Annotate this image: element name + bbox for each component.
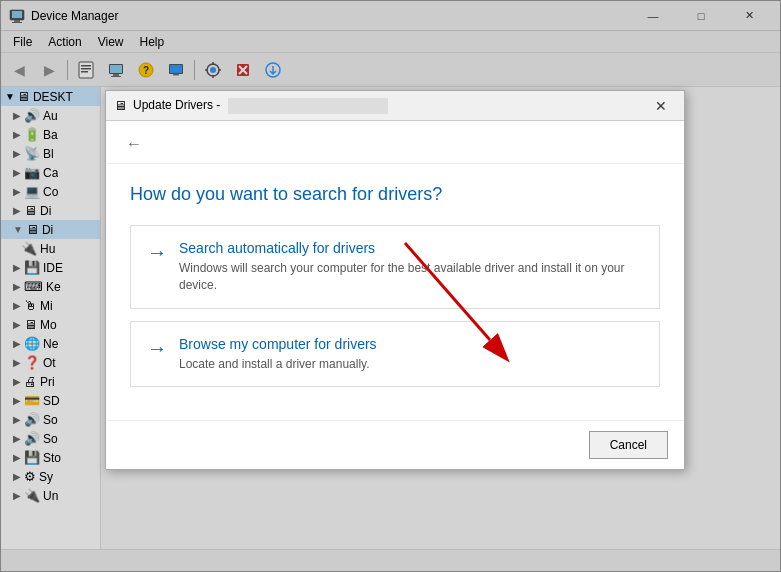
dialog-header: ← — [106, 121, 684, 164]
dialog-title-bar: 🖥 Update Drivers - ✕ — [106, 91, 684, 121]
option2-content: Browse my computer for drivers Locate an… — [179, 336, 377, 373]
dialog-overlay: 🖥 Update Drivers - ✕ ← How do you want t… — [0, 0, 781, 572]
dialog-title-icon: 🖥 — [114, 98, 127, 113]
dialog-footer: Cancel — [106, 420, 684, 469]
option1-content: Search automatically for drivers Windows… — [179, 240, 643, 294]
dialog-back-button[interactable]: ← — [122, 133, 146, 155]
dialog-device-name — [228, 98, 388, 114]
option1-title: Search automatically for drivers — [179, 240, 643, 256]
cancel-button[interactable]: Cancel — [589, 431, 668, 459]
browse-computer-option[interactable]: → Browse my computer for drivers Locate … — [130, 321, 660, 388]
dialog-body: How do you want to search for drivers? →… — [106, 164, 684, 420]
update-drivers-dialog: 🖥 Update Drivers - ✕ ← How do you want t… — [105, 90, 685, 470]
search-automatically-option[interactable]: → Search automatically for drivers Windo… — [130, 225, 660, 309]
dialog-close-button[interactable]: ✕ — [646, 94, 676, 118]
dialog-question: How do you want to search for drivers? — [130, 184, 660, 205]
option2-title: Browse my computer for drivers — [179, 336, 377, 352]
option2-arrow: → — [147, 336, 167, 360]
option1-arrow: → — [147, 240, 167, 264]
option2-description: Locate and install a driver manually. — [179, 356, 377, 373]
dialog-title-text: Update Drivers - — [133, 98, 646, 114]
option1-description: Windows will search your computer for th… — [179, 260, 643, 294]
